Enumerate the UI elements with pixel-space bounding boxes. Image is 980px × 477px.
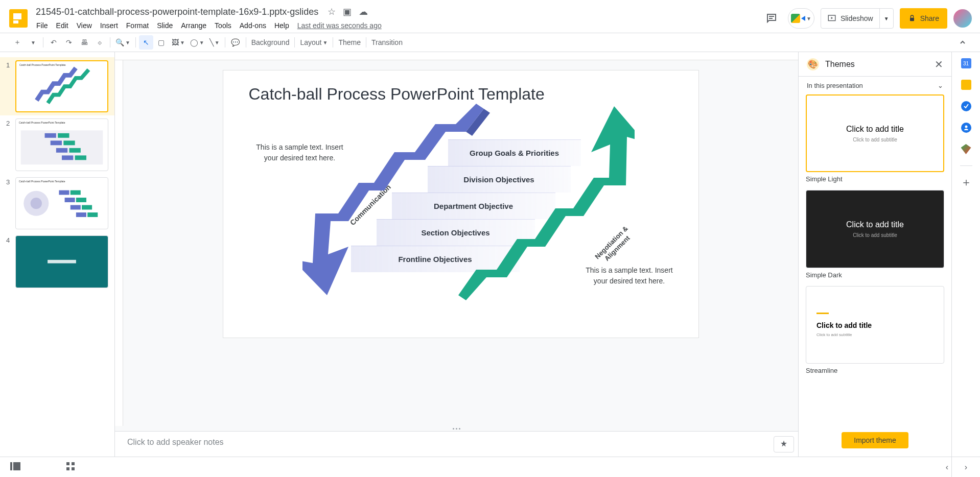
star-icon[interactable]: ☆ xyxy=(328,6,336,17)
keep-icon[interactable] xyxy=(961,80,971,90)
ruler-vertical xyxy=(115,60,123,426)
separator xyxy=(366,37,366,47)
theme-preview[interactable]: Click to add title Click to add subtitle xyxy=(806,94,944,172)
meet-icon xyxy=(791,14,803,23)
slideshow-button[interactable]: Slideshow ▼ xyxy=(821,8,894,29)
separator xyxy=(960,165,972,166)
zoom-button[interactable]: 🔍▼ xyxy=(113,35,132,50)
theme-preview[interactable]: Click to add title Click to add subtitle xyxy=(806,286,944,364)
sidepanel-toggle[interactable]: › xyxy=(951,457,980,477)
svg-rect-14 xyxy=(71,190,81,195)
textbox-tool[interactable]: ▢ xyxy=(154,35,169,50)
svg-rect-19 xyxy=(76,212,86,217)
themes-list[interactable]: Click to add title Click to add subtitle… xyxy=(799,94,951,426)
theme-preview-subtitle: Click to add subtitle xyxy=(853,232,897,238)
transition-button[interactable]: Transition xyxy=(369,35,405,50)
thumb-row: 4 xyxy=(0,235,114,294)
new-slide-dropdown[interactable]: ▼ xyxy=(26,35,40,50)
speaker-notes[interactable]: Click to add speaker notes xyxy=(115,431,798,457)
collapse-filmstrip-button[interactable]: ‹ xyxy=(946,463,948,472)
theme-button[interactable]: Theme xyxy=(336,35,363,50)
undo-button[interactable]: ↶ xyxy=(46,35,61,50)
footer-row: ‹ › xyxy=(0,457,980,477)
green-arrow[interactable] xyxy=(451,101,635,305)
slide-thumbnail-3[interactable]: Catch-ball Process PowerPoint Template xyxy=(15,177,108,229)
theme-name: Simple Dark xyxy=(806,271,944,279)
theme-item-simple-light[interactable]: Click to add title Click to add subtitle… xyxy=(806,94,944,183)
close-panel-button[interactable]: ✕ xyxy=(935,58,943,70)
tasks-icon[interactable] xyxy=(961,101,971,111)
user-avatar[interactable] xyxy=(953,9,972,28)
collapse-toolbar-button[interactable] xyxy=(955,35,970,50)
menu-edit[interactable]: Edit xyxy=(53,19,72,32)
maps-icon[interactable] xyxy=(961,144,971,154)
chevron-down-icon: ▼ xyxy=(884,16,889,21)
layout-button[interactable]: Layout▼ xyxy=(298,35,330,50)
filmstrip-view-button[interactable] xyxy=(10,462,20,472)
menu-slide[interactable]: Slide xyxy=(153,19,176,32)
calendar-icon[interactable]: 31 xyxy=(961,58,971,68)
paint-format-button[interactable]: ⟐ xyxy=(92,35,107,50)
thumb-row: 2 Catch-ball Process PowerPoint Template xyxy=(0,118,114,177)
theme-preview-title: Click to add title xyxy=(846,220,904,229)
chevron-down-icon: ⌄ xyxy=(938,82,943,89)
slides-logo[interactable] xyxy=(8,8,29,29)
redo-button[interactable]: ↷ xyxy=(62,35,76,50)
present-icon xyxy=(827,14,836,23)
menu-insert[interactable]: Insert xyxy=(97,19,122,32)
import-theme-button[interactable]: Import theme xyxy=(842,432,908,448)
themes-section-header[interactable]: In this presentation ⌄ xyxy=(799,77,951,94)
meet-button[interactable]: ▼ xyxy=(788,8,814,29)
separator xyxy=(135,37,136,47)
background-button[interactable]: Background xyxy=(249,35,292,50)
themes-header: 🎨 Themes ✕ xyxy=(799,52,951,77)
theme-item-simple-dark[interactable]: Click to add title Click to add subtitle… xyxy=(806,190,944,278)
separator xyxy=(333,37,333,47)
thumb-content xyxy=(16,119,108,170)
title-row: 21545-01-catchball-process-powerpoint-te… xyxy=(33,6,761,18)
shape-tool[interactable]: ◯▼ xyxy=(188,35,206,50)
menu-arrange[interactable]: Arrange xyxy=(177,19,210,32)
document-title[interactable]: 21545-01-catchball-process-powerpoint-te… xyxy=(33,6,321,18)
svg-rect-28 xyxy=(72,467,75,470)
contacts-icon[interactable] xyxy=(961,123,971,133)
print-button[interactable]: 🖶 xyxy=(77,35,91,50)
thumb-row: 1 Catch-ball Process PowerPoint Template xyxy=(0,57,114,115)
svg-rect-16 xyxy=(76,198,86,202)
menu-format[interactable]: Format xyxy=(123,19,152,32)
theme-item-streamline[interactable]: Click to add title Click to add subtitle… xyxy=(806,286,944,374)
image-tool[interactable]: 🖼▼ xyxy=(170,35,187,50)
header-right: ▼ Slideshow ▼ Share xyxy=(761,8,972,29)
theme-preview[interactable]: Click to add title Click to add subtitle xyxy=(806,190,944,268)
menu-view[interactable]: View xyxy=(73,19,96,32)
share-button[interactable]: Share xyxy=(900,8,947,29)
menu-addons[interactable]: Add-ons xyxy=(236,19,270,32)
comment-tool[interactable]: 💬 xyxy=(228,35,243,50)
separator xyxy=(43,37,43,47)
menu-help[interactable]: Help xyxy=(271,19,293,32)
themes-title: Themes xyxy=(825,60,928,69)
notes-drag-handle[interactable] xyxy=(115,426,798,431)
slide-thumbnail-2[interactable]: Catch-ball Process PowerPoint Template xyxy=(15,118,108,171)
slide-thumbnail-4[interactable] xyxy=(15,235,108,288)
slide-canvas[interactable]: Catch-ball Process PowerPoint Template T… xyxy=(223,70,698,338)
separator xyxy=(110,37,110,47)
menu-tools[interactable]: Tools xyxy=(211,19,235,32)
move-icon[interactable]: ▣ xyxy=(343,6,352,17)
last-edit[interactable]: Last edit was seconds ago xyxy=(294,19,385,32)
chevron-down-icon: ▼ xyxy=(125,40,130,45)
explore-button[interactable] xyxy=(774,436,794,452)
comments-icon[interactable] xyxy=(761,8,782,29)
cloud-icon[interactable]: ☁ xyxy=(359,6,368,17)
slide-thumbnail-1[interactable]: Catch-ball Process PowerPoint Template xyxy=(15,60,108,112)
slideshow-dropdown[interactable]: ▼ xyxy=(879,8,893,29)
add-addon-button[interactable]: ＋ xyxy=(961,177,971,187)
new-slide-button[interactable]: ＋ xyxy=(10,35,25,50)
slide-container[interactable]: Catch-ball Process PowerPoint Template T… xyxy=(123,60,798,426)
grid-view-button[interactable] xyxy=(66,462,75,472)
menu-file[interactable]: File xyxy=(33,19,52,32)
select-tool[interactable]: ↖ xyxy=(139,35,153,50)
app-header: 21545-01-catchball-process-powerpoint-te… xyxy=(0,0,980,33)
theme-name: Streamline xyxy=(806,367,944,374)
line-tool[interactable]: ╲▼ xyxy=(207,35,222,50)
